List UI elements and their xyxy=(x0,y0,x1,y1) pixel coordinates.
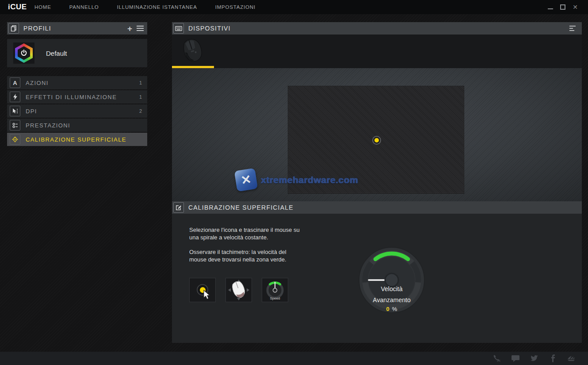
maximize-icon[interactable] xyxy=(560,4,566,10)
lightning-icon xyxy=(10,92,20,102)
target-dot-tool[interactable] xyxy=(189,278,216,302)
device-sort-icon[interactable] xyxy=(569,26,576,31)
devices-header: DISPOSITIVI xyxy=(172,22,582,35)
profile-avatar xyxy=(13,42,34,64)
close-icon[interactable]: ✕ xyxy=(572,4,578,10)
sidebar-item-azioni[interactable]: A AZIONI 1 xyxy=(7,76,147,89)
calibration-title: CALIBRAZIONE SUPERFICIALE xyxy=(188,204,294,211)
window-controls: ✕ xyxy=(547,4,588,10)
nav-impostazioni[interactable]: IMPOSTAZIONI xyxy=(215,4,256,10)
corsair-logo-icon[interactable] xyxy=(567,354,576,362)
sidebar-item-calibrazione-superficiale[interactable]: CALIBRAZIONE SUPERFICIALE xyxy=(7,133,147,146)
profile-row-default[interactable]: Default xyxy=(7,39,147,67)
count-badge: 1 xyxy=(139,80,147,85)
bottom-bar: 24 xyxy=(0,352,588,365)
sidebar-item-effetti-di-illuminazione[interactable]: EFFETTI DI ILLUMINAZIONE 1 xyxy=(7,90,147,104)
dpi-cursor-icon xyxy=(10,106,20,116)
edit-icon xyxy=(173,202,184,213)
letter-a-icon: A xyxy=(10,77,20,88)
sidebar-item-dpi[interactable]: DPI 2 xyxy=(7,104,147,118)
profile-name: Default xyxy=(46,50,67,57)
support-24h-icon[interactable]: 24 xyxy=(493,354,501,362)
calibration-body: Selezionare l'icona e trascinare il mous… xyxy=(172,214,582,343)
top-bar: iCUE HOME PANNELLO ILLUMINAZIONE ISTANTA… xyxy=(0,0,588,14)
app-logo: iCUE xyxy=(0,3,34,12)
mouse-drag-tool[interactable] xyxy=(225,278,252,302)
gauge-progress-label: Avanzamento xyxy=(358,296,425,304)
gauge-speed-label: Velocità xyxy=(358,285,425,292)
chat-icon[interactable] xyxy=(511,354,520,362)
instruction-2: Osservare il tachimetro: la velocità del… xyxy=(189,248,301,263)
watermark-text: xtremehardware.com xyxy=(261,175,358,185)
profiles-header: PROFILI + xyxy=(7,22,147,35)
calibration-instructions: Selezionare l'icona e trascinare il mous… xyxy=(189,226,301,270)
keyboard-icon xyxy=(173,23,184,34)
mouse-device-tab[interactable] xyxy=(172,35,214,68)
instruction-1: Selezionare l'icona e trascinare il mous… xyxy=(189,226,301,241)
nav-pannello[interactable]: PANNELLO xyxy=(69,4,99,10)
profiles-title: PROFILI xyxy=(23,25,51,32)
facebook-icon[interactable] xyxy=(548,354,557,362)
sidebar-item-prestazioni[interactable]: PRESTAZIONI xyxy=(7,119,147,132)
profile-sections-menu: A AZIONI 1 EFFETTI DI ILLUMINAZIONE 1 DP… xyxy=(7,76,147,147)
count-badge: 1 xyxy=(139,94,147,100)
calibration-tools: Speed xyxy=(189,278,288,302)
mouse-cursor-icon xyxy=(203,290,210,300)
profiles-icon xyxy=(8,23,19,34)
icue-hexagon-logo-icon xyxy=(15,43,33,63)
mini-gauge-icon xyxy=(262,279,288,299)
count-badge: 2 xyxy=(139,108,147,114)
nav-illuminazione-istantanea[interactable]: ILLUMINAZIONE ISTANTANEA xyxy=(117,4,197,10)
watermark-x-logo-icon: ✕ xyxy=(234,168,258,192)
svg-text:24: 24 xyxy=(497,359,500,362)
speed-gauge-tool[interactable]: Speed xyxy=(262,278,288,302)
device-tab-strip xyxy=(172,35,582,68)
sliders-icon xyxy=(10,120,20,131)
minimize-icon[interactable] xyxy=(547,4,554,10)
mini-gauge-label: Speed xyxy=(262,296,288,300)
target-icon xyxy=(10,134,20,145)
speed-gauge: Velocità Avanzamento 0% xyxy=(358,246,425,314)
add-profile-icon[interactable]: + xyxy=(127,24,132,33)
profiles-menu-icon[interactable] xyxy=(137,26,144,31)
power-icon xyxy=(20,50,27,57)
calibration-target-dot[interactable] xyxy=(372,136,381,145)
mouse-with-arrows-icon xyxy=(226,278,252,302)
gaming-mouse-image xyxy=(179,37,206,64)
devices-title: DISPOSITIVI xyxy=(188,25,231,32)
gauge-progress-value: 0% xyxy=(358,306,425,312)
calibration-surface-view xyxy=(172,68,582,201)
gauge-dial xyxy=(358,246,425,314)
twitter-icon[interactable] xyxy=(530,354,538,362)
calibration-header: CALIBRAZIONE SUPERFICIALE xyxy=(172,201,582,214)
nav-home[interactable]: HOME xyxy=(34,4,51,10)
watermark: ✕ xtremehardware.com xyxy=(236,169,358,190)
